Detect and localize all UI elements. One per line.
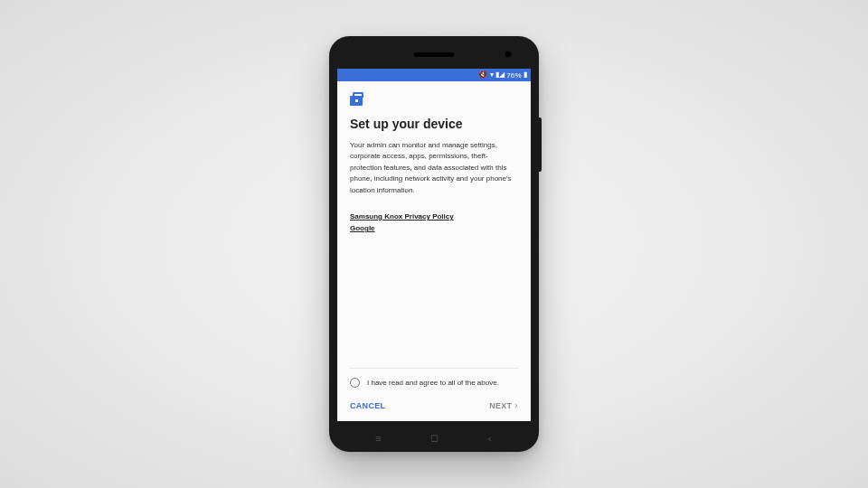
home-key[interactable]: ◻	[428, 432, 440, 444]
recent-apps-key[interactable]: ≡	[373, 433, 385, 444]
cancel-label: CANCEL	[350, 401, 385, 410]
mute-icon: 🔇	[478, 71, 487, 79]
next-label: NEXT	[489, 401, 512, 410]
device-screen: 🔇 ▾ ▮◢ 76% ▮ Set up your device Your adm…	[337, 69, 531, 421]
next-button[interactable]: NEXT ›	[489, 400, 518, 410]
chevron-right-icon: ›	[514, 400, 518, 410]
battery-icon: ▮	[524, 71, 527, 79]
hardware-nav-keys: ≡ ◻ ‹	[329, 432, 539, 444]
agree-label[interactable]: I have read and agree to all of the abov…	[367, 379, 499, 387]
cancel-button[interactable]: CANCEL	[350, 401, 385, 410]
link-google[interactable]: Google	[350, 224, 375, 232]
main-content: Set up your device Your admin can monito…	[337, 81, 531, 395]
phone-speaker	[414, 52, 454, 57]
link-knox-privacy[interactable]: Samsung Knox Privacy Policy	[350, 212, 454, 221]
page-title: Set up your device	[350, 117, 518, 131]
policy-links: Samsung Knox Privacy Policy Google	[350, 212, 518, 232]
back-key[interactable]: ‹	[484, 433, 496, 444]
footer-bar: CANCEL NEXT ›	[337, 395, 531, 421]
phone-camera	[505, 51, 512, 58]
briefcase-icon	[350, 96, 363, 106]
description-text: Your admin can monitor and manage settin…	[350, 140, 518, 196]
status-bar: 🔇 ▾ ▮◢ 76% ▮	[337, 69, 531, 81]
signal-icon: ▮◢	[495, 71, 505, 79]
battery-percent: 76%	[506, 71, 522, 80]
agree-row[interactable]: I have read and agree to all of the abov…	[350, 368, 518, 395]
wifi-icon: ▾	[490, 71, 494, 79]
phone-frame: 🔇 ▾ ▮◢ 76% ▮ Set up your device Your adm…	[329, 36, 539, 452]
agree-radio[interactable]	[350, 378, 360, 388]
